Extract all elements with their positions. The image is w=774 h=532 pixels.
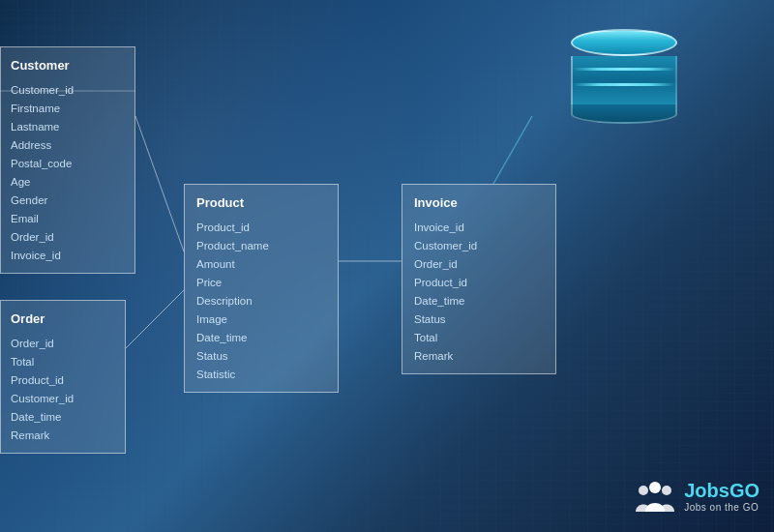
order-field-4: Date_time <box>11 408 115 427</box>
invoice-field-6: Total <box>414 329 544 347</box>
logo-brand-jobs: Jobs <box>684 480 729 501</box>
db-top <box>571 29 677 56</box>
order-field-1: Total <box>11 353 115 371</box>
invoice-field-2: Order_id <box>414 255 544 274</box>
invoice-field-7: Remark <box>414 347 544 366</box>
product-field-0: Product_id <box>196 219 326 237</box>
db-bottom <box>571 104 677 124</box>
db-cylinder <box>571 29 677 124</box>
order-table: Order Order_id Total Product_id Customer… <box>0 300 126 454</box>
customer-field-8: Order_id <box>11 228 125 247</box>
svg-point-6 <box>649 482 661 493</box>
product-field-2: Amount <box>196 255 326 274</box>
product-table-title: Product <box>196 192 326 213</box>
invoice-table: Invoice Invoice_id Customer_id Order_id … <box>402 184 556 374</box>
product-field-7: Status <box>196 347 326 366</box>
invoice-field-1: Customer_id <box>414 237 544 255</box>
svg-line-0 <box>135 116 184 251</box>
product-field-6: Date_time <box>196 329 326 347</box>
customer-field-0: Customer_id <box>11 81 125 100</box>
logo-brand-go: GO <box>729 480 759 501</box>
invoice-field-4: Date_time <box>414 292 544 310</box>
order-field-2: Product_id <box>11 371 115 390</box>
jobsgo-icon <box>634 475 676 517</box>
customer-field-5: Age <box>11 173 125 192</box>
customer-field-6: Gender <box>11 192 125 210</box>
svg-point-5 <box>639 486 648 495</box>
order-field-0: Order_id <box>11 335 115 353</box>
svg-point-7 <box>662 486 671 495</box>
logo-area: JobsGO Jobs on the GO <box>634 475 759 517</box>
svg-line-4 <box>493 116 532 184</box>
order-field-3: Customer_id <box>11 390 115 408</box>
product-table: Product Product_id Product_name Amount P… <box>184 184 339 393</box>
product-field-1: Product_name <box>196 237 326 255</box>
product-field-8: Statistic <box>196 366 326 384</box>
invoice-table-title: Invoice <box>414 192 544 213</box>
invoice-field-5: Status <box>414 310 544 329</box>
logo-text: JobsGO Jobs on the GO <box>684 480 759 513</box>
database-icon <box>571 29 677 116</box>
logo-tagline: Jobs on the GO <box>684 502 759 513</box>
customer-field-4: Postal_code <box>11 155 125 173</box>
logo-brand: JobsGO <box>684 480 759 502</box>
customer-table: Customer Customer_id Firstname Lastname … <box>0 46 135 274</box>
customer-field-7: Email <box>11 210 125 228</box>
invoice-field-0: Invoice_id <box>414 219 544 237</box>
product-field-3: Price <box>196 274 326 292</box>
invoice-field-3: Product_id <box>414 274 544 292</box>
customer-field-9: Invoice_id <box>11 247 125 265</box>
db-body <box>571 56 677 104</box>
product-field-5: Image <box>196 310 326 329</box>
customer-field-1: Firstname <box>11 100 125 118</box>
customer-table-title: Customer <box>11 55 125 75</box>
product-field-4: Description <box>196 292 326 310</box>
order-field-5: Remark <box>11 427 115 445</box>
customer-field-3: Address <box>11 136 125 155</box>
main-content: Customer Customer_id Firstname Lastname … <box>0 0 774 532</box>
customer-field-2: Lastname <box>11 118 125 136</box>
svg-line-1 <box>126 290 184 348</box>
order-table-title: Order <box>11 309 115 329</box>
